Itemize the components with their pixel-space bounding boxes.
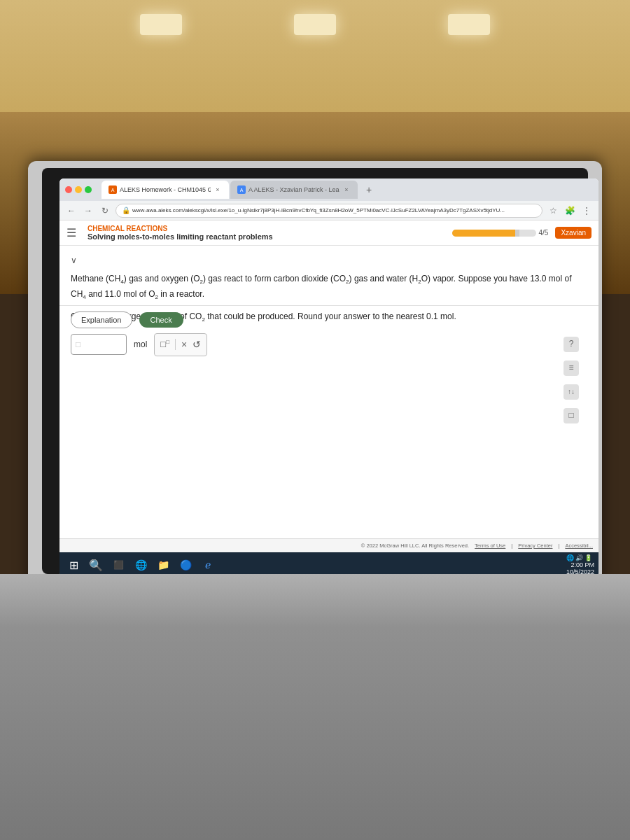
progress-seg-1	[452, 230, 473, 237]
section-label: CHEMICAL REACTIONS	[88, 225, 273, 232]
tray-network: 🌐	[566, 554, 574, 561]
progress-seg-3	[494, 230, 515, 237]
terms-link[interactable]: Terms of Use	[475, 542, 505, 549]
progress-container: 4/5	[452, 229, 549, 237]
tab-bar: A ALEKS Homework - CHM1045 G... × A A AL…	[102, 181, 593, 199]
forward-button[interactable]: →	[82, 204, 94, 217]
laptop-screen-lid: A ALEKS Homework - CHM1045 G... × A A AL…	[28, 161, 602, 637]
window-close-btn[interactable]	[65, 186, 72, 193]
ceiling-light-3	[448, 14, 490, 35]
taskbar-time: 2:00 PM	[566, 561, 594, 568]
chrome-tab-bar: A ALEKS Homework - CHM1045 G... × A A AL…	[59, 178, 598, 201]
url-bar[interactable]: 🔒 www-awa.aleks.com/alekscgi/x/lsl.exe/1…	[115, 204, 542, 218]
separator-2: |	[558, 542, 559, 549]
clear-button[interactable]: ×	[181, 337, 187, 352]
tab-label-1: ALEKS Homework - CHM1045 G...	[120, 186, 211, 193]
tab-label-2: A ALEKS - Xzavian Patrick - Learn	[248, 186, 340, 193]
problem-text: Methane (CH4) gas and oxygen (O2) gas re…	[71, 272, 587, 302]
edge-browser[interactable]: 🌐	[131, 555, 150, 575]
back-button[interactable]: ←	[65, 204, 78, 217]
ceiling-light-2	[294, 14, 336, 35]
search-taskbar[interactable]: 🔍	[86, 555, 106, 575]
aleks-topnav: ☰ CHEMICAL REACTIONS Solving moles-to-mo…	[59, 220, 598, 246]
progress-label: 4/5	[539, 229, 549, 237]
tray-battery: 🔋	[584, 554, 592, 561]
hamburger-menu[interactable]: ☰	[66, 226, 76, 239]
tab-aleks-learn[interactable]: A A ALEKS - Xzavian Patrick - Learn ×	[230, 181, 358, 199]
edge-taskbar[interactable]: ℯ	[198, 555, 218, 575]
accessibility-link[interactable]: Accessibil...	[565, 542, 593, 549]
system-tray: 🌐 🔊 🔋 2:00 PM 10/5/2022	[566, 554, 594, 575]
new-tab-button[interactable]: +	[362, 183, 376, 197]
answer-row: □ mol □□ × ↺	[71, 333, 587, 356]
start-button[interactable]: ⊞	[64, 555, 83, 575]
window-minimize-btn[interactable]	[75, 186, 82, 193]
superscript-icon[interactable]: □□	[160, 337, 169, 352]
tray-icons: 🌐 🔊 🔋	[566, 554, 594, 561]
privacy-link[interactable]: Privacy Center	[518, 542, 552, 549]
bookmark-button[interactable]: ☆	[547, 204, 559, 217]
screen-bezel: A ALEKS Homework - CHM1045 G... × A A AL…	[42, 168, 588, 574]
tab-close-1[interactable]: ×	[214, 186, 222, 194]
help-icon[interactable]: ?	[564, 337, 579, 352]
undo-button[interactable]: ↺	[192, 337, 201, 352]
answer-input[interactable]: □	[71, 334, 127, 355]
copyright-bar: © 2022 McGraw Hill LLC. All Rights Reser…	[59, 538, 598, 552]
progress-seg-2	[473, 230, 494, 237]
tab-aleks-homework[interactable]: A ALEKS Homework - CHM1045 G... ×	[102, 181, 229, 199]
graph-icon[interactable]: ↑↓	[564, 384, 579, 400]
bottom-action-bar: Explanation Check	[59, 305, 598, 334]
url-text: www-awa.aleks.com/alekscgi/x/lsl.exe/1o_…	[132, 207, 505, 214]
address-bar: ← → ↻ 🔒 www-awa.aleks.com/alekscgi/x/lsl…	[59, 201, 598, 220]
ceiling	[0, 0, 630, 112]
browser-window: A ALEKS Homework - CHM1045 G... × A A AL…	[59, 178, 598, 578]
lock-icon: 🔒	[122, 206, 130, 214]
window-maximize-btn[interactable]	[85, 186, 92, 193]
tab-favicon-aleks: A	[108, 186, 117, 194]
menu-button[interactable]: ⋮	[580, 204, 593, 217]
ceiling-light-1	[140, 14, 182, 35]
progress-seg-4	[515, 230, 519, 237]
refresh-button[interactable]: ↻	[99, 204, 111, 217]
check-button[interactable]: Check	[139, 312, 183, 328]
expand-chevron[interactable]: ∨	[71, 254, 587, 267]
calculator-icon[interactable]: □	[564, 408, 579, 424]
answer-cursor: □	[76, 338, 80, 351]
extensions-button[interactable]: 🧩	[564, 204, 576, 217]
tab-favicon-a: A	[237, 186, 246, 194]
progress-bar	[452, 230, 536, 237]
notes-icon[interactable]: ≡	[564, 360, 579, 376]
toolbar-divider	[175, 339, 176, 350]
window-controls	[65, 186, 92, 193]
user-button[interactable]: Xzavian	[555, 227, 592, 239]
file-explorer[interactable]: 📁	[153, 555, 173, 575]
tab-close-2[interactable]: ×	[342, 186, 351, 194]
chrome-taskbar[interactable]: 🔵	[176, 555, 195, 575]
tray-volume: 🔊	[575, 554, 583, 561]
task-view[interactable]: ⬛	[108, 555, 128, 575]
problem-title: Solving moles-to-moles limiting reactant…	[88, 232, 273, 241]
explanation-button[interactable]: Explanation	[71, 312, 132, 328]
separator-1: |	[511, 542, 512, 549]
copyright-text: © 2022 McGraw Hill LLC. All Rights Reser…	[361, 542, 469, 549]
taskbar-time-date: 2:00 PM 10/5/2022	[566, 561, 594, 575]
problem-area: ∨ Methane (CH4) gas and oxygen (O2) gas …	[59, 246, 598, 373]
answer-unit: mol	[134, 338, 147, 351]
math-toolbar: □□ × ↺	[154, 333, 207, 356]
right-sidebar: ? ≡ ↑↓ □	[564, 337, 579, 424]
laptop-body: esc IOI !1 @2 #3 $4 %5 ^6 &7 *8 (9 )0 - …	[0, 574, 630, 840]
